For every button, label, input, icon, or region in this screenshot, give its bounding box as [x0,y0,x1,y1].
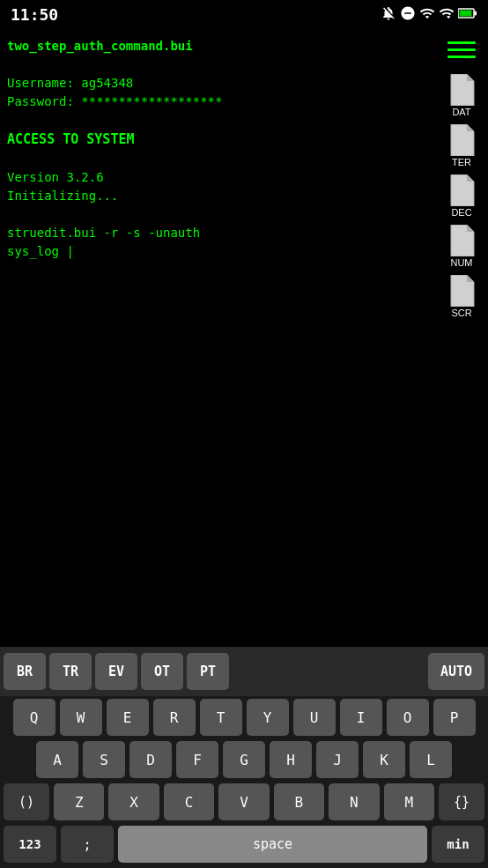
status-bar: 11:50 [0,0,488,28]
scr-icon [447,275,476,307]
username-line: Username: ag54348 [7,74,428,93]
ter-icon [447,124,476,156]
key-h[interactable]: H [270,741,312,778]
status-icons [381,5,477,24]
key-k[interactable]: K [363,741,405,778]
key-d[interactable]: D [129,741,172,778]
num-icon [447,225,476,256]
toolbar-br[interactable]: BR [4,653,46,690]
sidebar: DAT TER DEC [435,28,488,630]
key-braces[interactable]: {} [439,783,484,820]
key-y[interactable]: Y [247,699,289,736]
dec-label: DEC [451,207,471,218]
key-r[interactable]: R [153,699,196,736]
password-line: Password: ******************* [7,93,428,111]
key-c[interactable]: C [164,783,214,820]
key-u[interactable]: U [293,699,336,736]
dec-icon [447,174,476,206]
status-time: 11:50 [11,5,58,24]
battery-icon [458,7,477,22]
version-line: Version 3.2.6 [7,168,428,187]
access-title: ACCESS TO SYSTEM [7,130,428,150]
key-q[interactable]: Q [13,699,55,736]
key-l[interactable]: L [410,741,452,778]
key-p[interactable]: P [433,699,476,736]
key-space[interactable]: space [118,826,427,863]
signal-icon [439,5,455,24]
key-row-1: Q W E R T Y U I O P [0,696,488,738]
file-dat[interactable]: DAT [447,74,476,117]
num-label: NUM [450,257,472,268]
toolbar-auto[interactable]: AUTO [428,653,484,690]
keyboard: BR TR EV OT PT AUTO Q W E R T Y U I O P … [0,647,488,868]
key-parens[interactable]: () [4,783,49,820]
filename-line: two_step_auth_command.bui [7,37,428,56]
key-m[interactable]: M [384,783,434,820]
wifi-icon [419,5,435,24]
svg-rect-1 [475,11,477,15]
key-o[interactable]: O [387,699,429,736]
main-area: two_step_auth_command.bui Username: ag54… [0,28,488,630]
toolbar-ot[interactable]: OT [141,653,183,690]
file-dec[interactable]: DEC [447,174,476,218]
terminal-content[interactable]: two_step_auth_command.bui Username: ag54… [0,28,435,630]
key-bottom-row: 123 ; space min [0,823,488,868]
key-x[interactable]: X [108,783,159,820]
syslog-line: sys_log | [7,242,428,261]
key-v[interactable]: V [218,783,269,820]
toolbar-ev[interactable]: EV [95,653,137,690]
file-scr[interactable]: SCR [447,275,476,318]
key-b[interactable]: B [274,783,324,820]
key-f[interactable]: F [176,741,218,778]
ter-label: TER [452,157,471,167]
key-j[interactable]: J [316,741,359,778]
key-a[interactable]: A [36,741,78,778]
toolbar-pt[interactable]: PT [187,653,229,690]
key-e[interactable]: E [107,699,149,736]
dat-label: DAT [452,107,470,117]
file-num[interactable]: NUM [447,225,476,268]
file-ter[interactable]: TER [447,124,476,167]
scr-label: SCR [451,308,471,318]
key-i[interactable]: I [340,699,382,736]
command-line: struedit.bui -r -s -unauth [7,224,428,242]
key-semicolon[interactable]: ; [61,826,114,863]
key-n[interactable]: N [329,783,379,820]
mute-icon [381,5,396,24]
dat-icon [447,74,476,106]
dnd-icon [400,5,416,24]
keyboard-toolbar: BR TR EV OT PT AUTO [0,647,488,696]
key-w[interactable]: W [60,699,102,736]
key-row-2: A S D F G H J K L [0,738,488,781]
toolbar-tr[interactable]: TR [49,653,92,690]
key-z[interactable]: Z [54,783,104,820]
key-min[interactable]: min [432,826,484,863]
key-g[interactable]: G [223,741,265,778]
menu-button[interactable] [442,35,481,63]
key-row-3: () Z X C V B N M {} [0,781,488,823]
key-123[interactable]: 123 [4,826,56,863]
key-t[interactable]: T [200,699,242,736]
key-s[interactable]: S [83,741,125,778]
svg-rect-2 [460,10,472,16]
init-line: Initializing... [7,187,428,205]
